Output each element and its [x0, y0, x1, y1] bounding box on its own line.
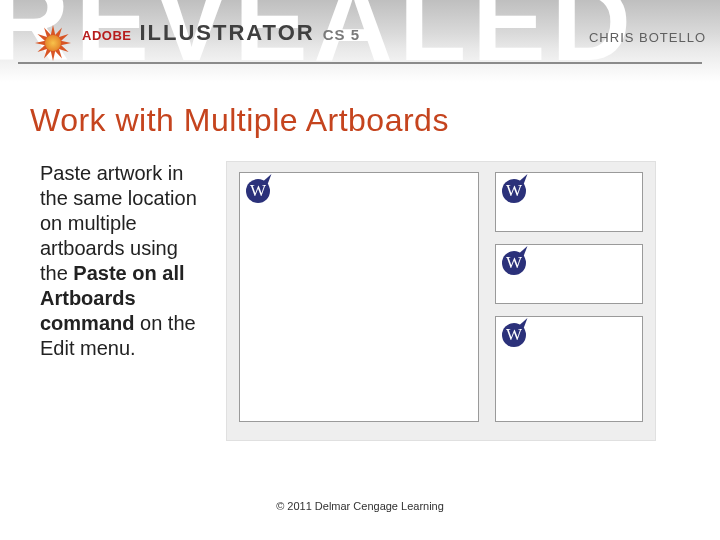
paste-mark-letter: W [250, 181, 266, 201]
artboard-3: W [495, 244, 643, 304]
brand-product: ILLUSTRATOR [139, 22, 314, 44]
paste-mark-letter: W [506, 253, 522, 273]
brand-version: CS 5 [323, 27, 360, 42]
brand-vendor: ADOBE [82, 29, 131, 42]
banner-author: CHRIS BOTELLO [589, 30, 706, 45]
artboard-1: W [239, 172, 479, 422]
banner-rule [18, 62, 702, 64]
footer-copyright: © 2011 Delmar Cengage Learning [0, 500, 720, 512]
paste-mark-icon: W [502, 251, 526, 275]
title-banner: REVEALED ADOBE ILLUSTRATOR CS 5 CHRIS BO… [0, 0, 720, 82]
paste-mark-letter: W [506, 325, 522, 345]
sunburst-icon [32, 22, 74, 64]
artboard-2: W [495, 172, 643, 232]
content-row: Paste artwork in the same location on mu… [30, 161, 690, 441]
page-title: Work with Multiple Artboards [30, 102, 690, 139]
paste-mark-icon: W [246, 179, 270, 203]
description-text: Paste artwork in the same location on mu… [30, 161, 208, 361]
slide-body: Work with Multiple Artboards Paste artwo… [0, 82, 720, 441]
artboard-4: W [495, 316, 643, 422]
paste-mark-icon: W [502, 179, 526, 203]
brand-group: ADOBE ILLUSTRATOR CS 5 [32, 22, 360, 64]
paste-mark-icon: W [502, 323, 526, 347]
paste-mark-letter: W [506, 181, 522, 201]
artboards-figure: W W W W [226, 161, 656, 441]
